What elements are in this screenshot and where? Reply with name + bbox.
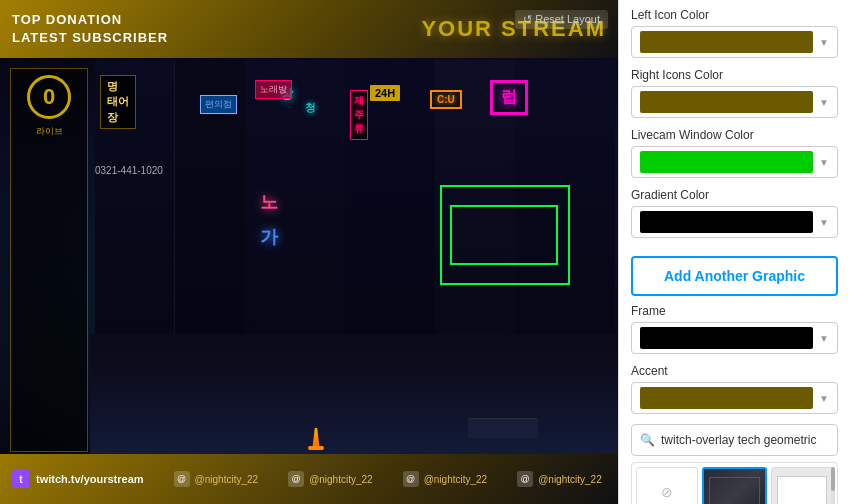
stream-preview: 명 태어 장 0321-441-1020 럽 상 청 제주류 24H — [0, 0, 618, 504]
twitch-url: twitch.tv/yourstream — [36, 473, 144, 485]
side-panel-text: 라이브 — [36, 126, 63, 138]
gradient-dropdown-arrow: ▼ — [819, 217, 829, 228]
social-handle-3: @nightcity_22 — [424, 474, 488, 485]
stats-panel: 0 라이브 — [10, 68, 88, 452]
accent-label: Accent — [631, 364, 838, 378]
controls-panel: Left Icon Color ▼ Right Icons Color ▼ Li… — [618, 0, 850, 504]
right-icons-color-select[interactable]: ▼ — [631, 86, 838, 118]
social-item-4: @ @nightcity_22 — [517, 471, 602, 487]
right-icons-color-label: Right Icons Color — [631, 68, 838, 82]
social-item-1: @ @nightcity_22 — [174, 471, 259, 487]
social-handle-2: @nightcity_22 — [309, 474, 373, 485]
livecam-overlay-inner — [450, 205, 558, 265]
bottom-bar: t twitch.tv/yourstream @ @nightcity_22 @… — [0, 454, 618, 504]
accent-group: Accent ▼ — [631, 364, 838, 414]
no-image-icon: ⊘ — [661, 484, 673, 500]
social-item-3: @ @nightcity_22 — [403, 471, 488, 487]
left-icon-dropdown-arrow: ▼ — [819, 37, 829, 48]
livecam-color-swatch — [640, 151, 813, 173]
twitch-logo: t twitch.tv/yourstream — [12, 470, 144, 488]
accent-select[interactable]: ▼ — [631, 382, 838, 414]
social-icon-2: @ — [288, 471, 304, 487]
social-icon-1: @ — [174, 471, 190, 487]
accent-color-swatch — [640, 387, 813, 409]
left-icon-color-label: Left Icon Color — [631, 8, 838, 22]
gradient-color-select[interactable]: ▼ — [631, 206, 838, 238]
left-icon-color-swatch — [640, 31, 813, 53]
thumbnail-scrollbar-thumb — [831, 467, 835, 491]
social-handle-4: @nightcity_22 — [538, 474, 602, 485]
social-icon-4: @ — [517, 471, 533, 487]
gradient-color-group: Gradient Color ▼ — [631, 188, 838, 238]
accent-dropdown-arrow: ▼ — [819, 393, 829, 404]
twitch-icon: t — [12, 470, 30, 488]
thumbnail-no-image[interactable]: ⊘ No Image — [636, 467, 698, 504]
frame-select[interactable]: ▼ — [631, 322, 838, 354]
right-icons-dropdown-arrow: ▼ — [819, 97, 829, 108]
thumbnail-scrollbar — [831, 467, 835, 504]
top-donation-label: TOP DONATION — [12, 11, 168, 29]
livecam-dropdown-arrow: ▼ — [819, 157, 829, 168]
add-graphic-button[interactable]: Add Another Graphic — [631, 256, 838, 296]
left-icon-color-select[interactable]: ▼ — [631, 26, 838, 58]
gradient-color-label: Gradient Color — [631, 188, 838, 202]
frame-dropdown-arrow: ▼ — [819, 333, 829, 344]
thumbnail-2[interactable] — [771, 467, 833, 504]
thumbnail-1[interactable] — [702, 467, 766, 504]
frame-label: Frame — [631, 304, 838, 318]
livecam-color-group: Livecam Window Color ▼ — [631, 128, 838, 178]
right-icons-color-group: Right Icons Color ▼ — [631, 68, 838, 118]
latest-subscriber-label: LATEST SUBSCRIBER — [12, 29, 168, 47]
right-icons-color-swatch — [640, 91, 813, 113]
stream-preview-panel: 명 태어 장 0321-441-1020 럽 상 청 제주류 24H — [0, 0, 618, 504]
frame-group: Frame ▼ — [631, 304, 838, 354]
search-icon: 🔍 — [640, 433, 655, 447]
top-bar: TOP DONATION LATEST SUBSCRIBER YOUR STRE… — [0, 0, 618, 58]
reset-layout-button[interactable]: ↺ Reset Layout — [515, 10, 608, 29]
left-icon-color-group: Left Icon Color ▼ — [631, 8, 838, 58]
social-handle-1: @nightcity_22 — [195, 474, 259, 485]
search-box[interactable]: 🔍 — [631, 424, 838, 456]
gradient-color-swatch — [640, 211, 813, 233]
frame-color-swatch — [640, 327, 813, 349]
thumbnail-grid: ⊘ No Image — [631, 462, 838, 504]
livecam-color-select[interactable]: ▼ — [631, 146, 838, 178]
social-item-2: @ @nightcity_22 — [288, 471, 373, 487]
livecam-color-label: Livecam Window Color — [631, 128, 838, 142]
donation-count: 0 — [27, 75, 71, 119]
social-icon-3: @ — [403, 471, 419, 487]
top-bar-info: TOP DONATION LATEST SUBSCRIBER — [12, 11, 168, 47]
search-input[interactable] — [661, 433, 829, 447]
